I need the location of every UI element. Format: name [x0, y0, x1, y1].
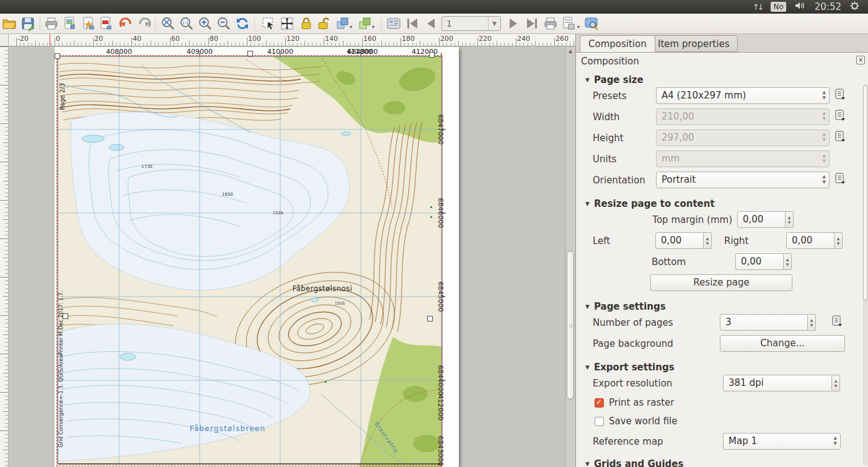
atlas-page-spinbox[interactable]: ▼ — [441, 16, 501, 31]
tab-item-properties[interactable]: Item properties — [649, 35, 738, 52]
scroll-up-arrow[interactable]: ▲ — [565, 46, 575, 56]
data-defined-override-icon[interactable] — [835, 131, 846, 145]
atlas-prev-icon[interactable] — [423, 15, 439, 32]
chevron-down-icon[interactable]: ▼ — [488, 17, 500, 30]
data-defined-override-icon[interactable] — [831, 315, 843, 330]
align-items-icon[interactable]: ▾ — [357, 15, 377, 32]
spinner-icon[interactable]: ▲▼ — [808, 314, 816, 331]
panel-scrollbar[interactable] — [863, 85, 868, 466]
composer-canvas: 408000 409000 410000 411000 6848000 4120… — [0, 46, 565, 467]
save-world-file-checkbox[interactable] — [595, 417, 604, 426]
export-svg-icon[interactable] — [81, 15, 97, 32]
zoom-out-icon[interactable] — [216, 15, 232, 32]
selection-handle[interactable] — [55, 53, 60, 59]
page-background-label: Page background — [593, 338, 720, 349]
clock[interactable]: 20:52 — [815, 1, 841, 12]
export-pdf-icon[interactable] — [98, 15, 114, 32]
move-content-icon[interactable] — [279, 15, 295, 32]
collapse-arrow-icon: ▼ — [585, 201, 590, 207]
grid-label-easting: 410000 — [267, 48, 293, 56]
atlas-settings-icon[interactable] — [386, 15, 402, 32]
redo-icon[interactable] — [136, 15, 153, 32]
top-margin-field[interactable]: 0,00 — [737, 211, 786, 228]
width-label: Width — [593, 111, 656, 123]
keyboard-layout-indicator[interactable]: No — [771, 2, 786, 12]
right-margin-label: Right — [724, 235, 786, 247]
selection-handle[interactable] — [427, 316, 433, 321]
selection-handle[interactable] — [63, 313, 68, 319]
close-icon[interactable]: × — [856, 56, 865, 64]
composition-page[interactable]: 408000 409000 410000 411000 6848000 4120… — [55, 47, 459, 467]
export-image-icon[interactable] — [62, 15, 78, 32]
vertical-ruler[interactable] — [0, 46, 9, 467]
section-page-settings[interactable]: ▼Page settings — [585, 301, 861, 312]
section-page-size[interactable]: ▼Page size — [585, 74, 861, 85]
page-background-change-button[interactable]: Change... — [720, 335, 845, 352]
print-icon[interactable] — [43, 15, 60, 32]
atlas-next-icon[interactable] — [505, 15, 521, 32]
export-atlas-icon[interactable]: ▾ — [561, 15, 582, 32]
right-margin-field[interactable]: 0,00 — [786, 232, 835, 249]
section-grids-guides[interactable]: ▼Grids and Guides — [585, 458, 861, 467]
section-export-settings[interactable]: ▼Export settings — [585, 362, 861, 373]
resize-page-button[interactable]: Resize page — [650, 274, 792, 291]
composer-toolbar: 1:1 ▾ ▾ ▼ ▾ — [0, 14, 868, 34]
bottom-margin-field[interactable]: 0,00 — [735, 253, 784, 270]
spinner-icon[interactable]: ▲▼ — [786, 211, 794, 228]
data-defined-override-icon[interactable] — [835, 173, 846, 187]
selection-handle[interactable] — [247, 51, 253, 56]
canvas-vertical-scrollbar[interactable]: ▲ — [565, 46, 575, 467]
select-move-item-icon[interactable] — [260, 15, 277, 32]
spinner-icon[interactable]: ▲▼ — [832, 375, 840, 391]
atlas-first-icon[interactable] — [404, 15, 420, 32]
unlock-icon[interactable] — [316, 15, 332, 32]
export-resolution-field[interactable]: 381 dpi — [723, 375, 832, 391]
lock-icon[interactable] — [298, 15, 314, 32]
zoom-in-icon[interactable] — [197, 15, 213, 32]
scrollbar-thumb[interactable] — [863, 85, 868, 300]
volume-icon[interactable] — [795, 1, 806, 12]
composition-panel: Composition Item properties Composition … — [575, 34, 868, 467]
orientation-combo[interactable]: Portrait▲▼ — [656, 172, 830, 188]
network-indicator-icon[interactable]: ↑↓ — [753, 2, 763, 12]
map-item[interactable] — [58, 56, 442, 464]
atlas-page-input[interactable] — [442, 17, 488, 30]
zoom-full-icon[interactable] — [160, 15, 176, 32]
print-as-raster-checkbox[interactable] — [595, 398, 604, 408]
horizontal-ruler[interactable]: -20020406080100120140160180200220240260 — [9, 34, 575, 46]
session-gear-icon[interactable] — [850, 1, 859, 13]
reference-map-label: Reference map — [593, 436, 723, 447]
presets-combo[interactable]: A4 (210x297 mm)▲▼ — [656, 87, 830, 104]
data-defined-override-icon[interactable] — [835, 89, 846, 103]
units-combo: mm▲▼ — [656, 151, 830, 167]
print-atlas-icon[interactable] — [542, 15, 559, 32]
export-resolution-label: Export resolution — [593, 378, 723, 389]
spinner-icon[interactable]: ▲▼ — [784, 253, 792, 270]
section-resize-page[interactable]: ▼Resize page to content — [585, 198, 861, 209]
data-defined-override-icon[interactable] — [835, 110, 846, 124]
open-icon[interactable] — [1, 15, 17, 32]
scrollbar-thumb[interactable] — [567, 251, 574, 399]
panel-content: ▼Page size Presets A4 (210x297 mm)▲▼ Wid… — [576, 69, 861, 467]
ruler-label: 220 — [479, 35, 492, 43]
ruler-label: -20 — [17, 35, 29, 43]
zoom-actual-icon[interactable]: 1:1 — [179, 15, 195, 32]
collapse-arrow-icon: ▼ — [585, 77, 590, 83]
refresh-icon[interactable] — [234, 15, 250, 32]
section-heading: Page settings — [594, 301, 666, 312]
save-icon[interactable] — [20, 15, 36, 32]
spinner-icon[interactable]: ▲▼ — [835, 232, 843, 249]
reference-map-combo[interactable]: Map 1▲▼ — [723, 433, 841, 450]
left-margin-field[interactable]: 0,00 — [655, 232, 704, 249]
composer-workarea: -20020406080100120140160180200220240260 — [0, 34, 575, 467]
tab-composition[interactable]: Composition — [580, 35, 655, 52]
atlas-last-icon[interactable] — [524, 15, 540, 32]
spinner-icon[interactable]: ▲▼ — [704, 232, 712, 249]
panel-tabbar: Composition Item properties — [576, 34, 868, 52]
number-of-pages-field[interactable]: 3 — [720, 314, 808, 331]
preview-atlas-icon[interactable] — [583, 15, 600, 32]
raise-items-icon[interactable]: ▾ — [335, 15, 355, 32]
selection-handle[interactable] — [429, 52, 435, 58]
ruler-label: 0 — [56, 35, 60, 43]
undo-icon[interactable] — [118, 15, 134, 32]
